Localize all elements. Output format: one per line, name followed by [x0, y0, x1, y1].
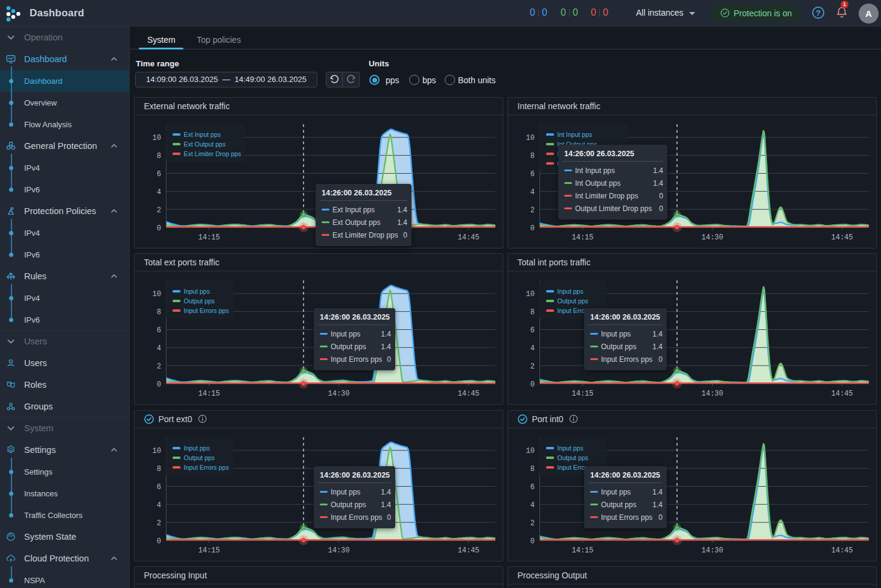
svg-text:14:30: 14:30 [701, 546, 723, 555]
svg-text:4: 4 [530, 188, 534, 196]
svg-text:6: 6 [530, 483, 534, 492]
svg-text:2: 2 [156, 519, 161, 527]
svg-text:14:30: 14:30 [328, 390, 349, 398]
svg-text:14:15: 14:15 [198, 546, 220, 555]
svg-text:14:45: 14:45 [457, 233, 479, 242]
svg-text:14:45: 14:45 [831, 233, 853, 242]
svg-text:8: 8 [156, 465, 161, 473]
svg-text:14:45: 14:45 [457, 546, 479, 555]
svg-text:14:45: 14:45 [831, 546, 853, 555]
svg-text:14:15: 14:15 [571, 546, 593, 555]
svg-text:14:30: 14:30 [701, 390, 723, 398]
svg-text:8: 8 [156, 308, 161, 317]
svg-text:8: 8 [530, 152, 534, 160]
svg-text:14:45: 14:45 [831, 390, 853, 398]
svg-text:4: 4 [156, 501, 161, 509]
svg-text:8: 8 [530, 308, 534, 317]
svg-text:2: 2 [530, 362, 534, 371]
svg-text:2: 2 [156, 362, 161, 371]
svg-text:10: 10 [526, 134, 534, 142]
svg-text:8: 8 [530, 465, 534, 473]
svg-text:10: 10 [152, 447, 161, 455]
svg-text:?: ? [816, 8, 821, 17]
svg-text:14:45: 14:45 [457, 390, 479, 398]
svg-text:6: 6 [530, 170, 534, 179]
svg-text:6: 6 [530, 326, 534, 335]
svg-text:14:15: 14:15 [198, 233, 220, 242]
svg-text:0: 0 [156, 224, 161, 232]
svg-text:4: 4 [530, 501, 534, 509]
svg-text:10: 10 [152, 290, 161, 299]
svg-text:8: 8 [156, 152, 161, 160]
svg-text:2: 2 [156, 206, 161, 214]
svg-text:0: 0 [530, 537, 534, 545]
svg-text:10: 10 [526, 290, 534, 299]
svg-text:2: 2 [530, 206, 534, 214]
svg-text:14:15: 14:15 [198, 390, 220, 398]
svg-text:10: 10 [152, 134, 161, 142]
svg-text:6: 6 [156, 170, 161, 179]
svg-text:0: 0 [156, 537, 161, 545]
svg-text:0: 0 [156, 381, 161, 389]
svg-text:14:30: 14:30 [328, 546, 349, 555]
svg-text:4: 4 [156, 188, 161, 196]
svg-text:0: 0 [530, 381, 534, 389]
svg-text:6: 6 [156, 326, 161, 335]
svg-text:4: 4 [156, 344, 161, 353]
svg-text:4: 4 [530, 344, 534, 353]
svg-text:10: 10 [526, 447, 534, 455]
svg-text:14:30: 14:30 [701, 233, 723, 242]
svg-text:2: 2 [530, 519, 534, 527]
svg-text:0: 0 [530, 224, 534, 232]
svg-text:14:15: 14:15 [571, 233, 593, 242]
svg-text:14:15: 14:15 [571, 390, 593, 398]
svg-text:6: 6 [156, 483, 161, 492]
